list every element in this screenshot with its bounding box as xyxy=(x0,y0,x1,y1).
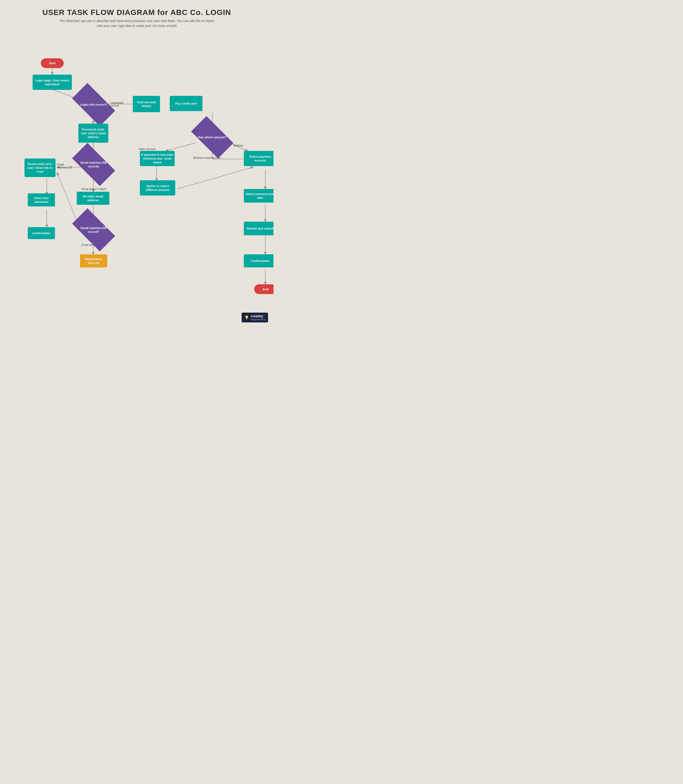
pay-credit-card-node: Pay credit card xyxy=(170,96,202,111)
option-select-node: Option to select different amount xyxy=(140,180,175,196)
page-container: USER TASK FLOW DIAGRAM for ABC Co. LOGIN… xyxy=(0,0,274,331)
flow-diagram: Login/passcorrect Emailmatches DB Email … xyxy=(5,37,268,314)
bulb-icon: 💡 xyxy=(244,315,249,320)
page-title: USER TASK FLOW DIAGRAM for ABC Co. LOGIN xyxy=(5,8,268,17)
confirmation-left-node: confirmation xyxy=(28,227,55,239)
creately-sublabel: Diagramming xyxy=(251,318,265,321)
login-page-node: Login page: User enters login/pass xyxy=(33,75,72,90)
creately-logo: 💡 creately Diagramming xyxy=(242,313,268,323)
enter-new-password-node: Enter new password xyxy=(28,193,55,206)
label-balance: Balance xyxy=(234,144,243,147)
if-payment-less-node: If payment is less than minimum due, sho… xyxy=(140,151,175,166)
header: USER TASK FLOW DIAGRAM for ABC Co. LOGIN… xyxy=(5,8,268,28)
svg-line-10 xyxy=(177,167,253,189)
creately-label: creately xyxy=(251,314,265,318)
label-email-matches-db: Emailmatches DB xyxy=(57,163,72,169)
view-account-node: View account details xyxy=(133,96,160,112)
re-enter-email-node: Re enter email address xyxy=(77,192,109,205)
select-payment-account-node: Select payment account xyxy=(244,151,274,166)
email-matches-db2-node: Email matches DB record? xyxy=(72,208,115,251)
email-matches-db-node: Email matches DB records xyxy=(72,143,115,186)
confirmation-right-node: Confirmation xyxy=(244,254,274,267)
select-payment-date-node: Select payment post date xyxy=(244,189,274,202)
svg-line-5 xyxy=(166,143,196,151)
pay-which-amount-node: Pay which amount? xyxy=(191,116,234,159)
login-info-correct-node: Login info correct? xyxy=(72,83,115,126)
password-reset-node: Password reset: user enters email addres… xyxy=(79,124,108,143)
start-node: Start xyxy=(41,58,64,68)
end-node: End xyxy=(254,284,274,294)
label-email-doesnt-match1: Email doesn't match xyxy=(82,188,106,191)
registration-node: Registration process xyxy=(80,254,107,267)
review-submit-node: Review and submit xyxy=(244,222,274,235)
label-other-amount: Other amount xyxy=(139,148,156,151)
reset-email-node: Reset email sent: user clicks link to re… xyxy=(24,159,56,177)
page-subtitle: This flowchart can use to describe both … xyxy=(5,19,268,28)
